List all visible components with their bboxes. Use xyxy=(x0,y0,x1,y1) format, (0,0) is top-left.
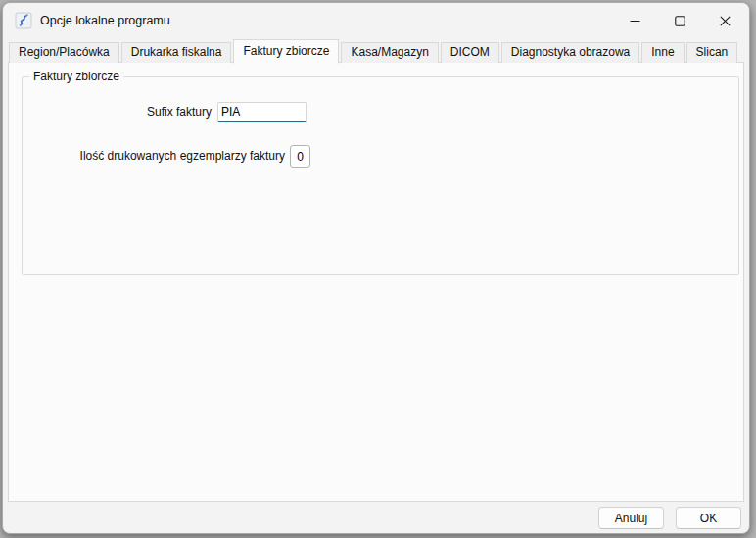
tab-drukarka-fiskalna[interactable]: Drukarka fiskalna xyxy=(121,42,232,63)
invoice-copies-label: Ilość drukowanych egzemplarzy faktury xyxy=(23,146,285,167)
titlebar[interactable]: Opcje lokalne programu xyxy=(3,3,749,38)
groupbox-title: Faktury zbiorcze xyxy=(29,70,123,83)
window-title: Opcje lokalne programu xyxy=(40,14,170,27)
tabstrip: Region/Placówka Drukarka fiskalna Faktur… xyxy=(9,38,739,63)
tab-diagnostyka-obrazowa[interactable]: Diagnostyka obrazowa xyxy=(501,42,639,63)
cancel-button[interactable]: Anuluj xyxy=(598,507,664,529)
close-button[interactable] xyxy=(702,3,747,38)
tab-kasa-magazyn[interactable]: Kasa/Magazyn xyxy=(341,42,438,63)
tab-dicom[interactable]: DICOM xyxy=(441,42,499,63)
groupbox-faktury-zbiorcze: Faktury zbiorcze Sufix faktury Ilość dru… xyxy=(22,76,739,275)
tabpage-faktury-zbiorcze: Faktury zbiorcze Sufix faktury Ilość dru… xyxy=(8,62,744,502)
caption-buttons xyxy=(612,3,747,38)
invoice-suffix-label: Sufix faktury xyxy=(23,103,212,122)
minimize-button[interactable] xyxy=(612,3,657,38)
tab-faktury-zbiorcze[interactable]: Faktury zbiorcze xyxy=(233,39,339,64)
app-logo-icon xyxy=(15,12,32,29)
tab-region-placowka[interactable]: Region/Placówka xyxy=(9,42,119,63)
dialog-window: Opcje lokalne programu Region/Placówka D… xyxy=(2,2,750,534)
maximize-button[interactable] xyxy=(657,3,702,38)
minimize-icon xyxy=(630,16,640,26)
tab-slican[interactable]: Slican xyxy=(686,42,738,63)
invoice-copies-input[interactable] xyxy=(290,145,310,168)
invoice-suffix-input[interactable] xyxy=(217,102,307,122)
close-icon xyxy=(720,16,731,26)
tab-inne[interactable]: Inne xyxy=(641,42,684,63)
maximize-icon xyxy=(675,16,685,26)
ok-button[interactable]: OK xyxy=(676,507,741,529)
